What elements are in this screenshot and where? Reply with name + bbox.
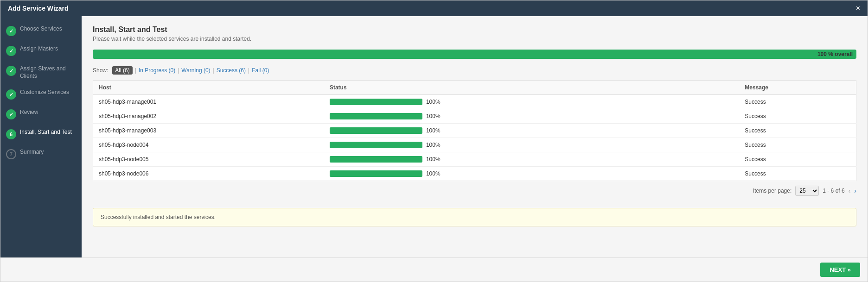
- cell-status: 100%: [324, 152, 739, 167]
- sidebar-icon-install-start-test: 6: [6, 129, 16, 139]
- cell-message: Success: [739, 167, 856, 181]
- success-message: Successfully installed and started the s…: [93, 208, 856, 226]
- sidebar-icon-customize-services: ✓: [6, 89, 16, 100]
- cell-status: 100%: [324, 167, 739, 181]
- page-subtitle: Please wait while the selected services …: [93, 36, 856, 42]
- table-row: sh05-hdp3-manage003100%Success: [93, 124, 856, 138]
- cell-host: sh05-hdp3-node004: [93, 138, 324, 152]
- overall-progress-bar: [93, 50, 856, 59]
- sidebar: ✓Choose Services✓Assign Masters✓Assign S…: [0, 16, 82, 257]
- row-progress-pct: 100%: [426, 99, 442, 105]
- cell-message: Success: [739, 124, 856, 138]
- sidebar-label-summary: Summary: [20, 149, 44, 156]
- sidebar-icon-review: ✓: [6, 109, 16, 119]
- cell-message: Success: [739, 152, 856, 167]
- table-row: sh05-hdp3-node004100%Success: [93, 138, 856, 152]
- pagination-range: 1 - 6 of 6: [823, 188, 844, 194]
- row-progress-container: 100%: [330, 127, 734, 134]
- row-progress-bar: [330, 142, 422, 148]
- sidebar-icon-assign-masters: ✓: [6, 46, 16, 56]
- success-message-text: Successfully installed and started the s…: [101, 214, 216, 220]
- row-progress-bar-bg: [330, 127, 422, 134]
- items-per-page-label: Items per page:: [753, 188, 791, 194]
- row-progress-bar: [330, 127, 422, 134]
- row-progress-bar: [330, 99, 422, 105]
- modal-header: Add Service Wizard ×: [0, 0, 868, 16]
- cell-host: sh05-hdp3-manage001: [93, 95, 324, 109]
- filter-fail[interactable]: Fail (0): [252, 67, 269, 74]
- page-title: Install, Start and Test: [93, 25, 856, 34]
- sidebar-label-install-start-test: Install, Start and Test: [20, 129, 72, 136]
- row-progress-bar: [330, 113, 422, 119]
- cell-host: sh05-hdp3-node005: [93, 152, 324, 167]
- next-button[interactable]: NEXT »: [820, 263, 860, 277]
- col-host: Host: [93, 81, 324, 95]
- cell-status: 100%: [324, 138, 739, 152]
- cell-host: sh05-hdp3-manage003: [93, 124, 324, 138]
- row-progress-container: 100%: [330, 99, 734, 105]
- sidebar-item-summary[interactable]: 7Summary: [0, 144, 82, 164]
- sidebar-label-assign-masters: Assign Masters: [20, 45, 58, 53]
- row-progress-pct: 100%: [426, 142, 442, 148]
- per-page-select[interactable]: 25 50 100: [795, 186, 819, 196]
- filter-bar: Show: All (6) | In Progress (0) | Warnin…: [93, 66, 856, 75]
- filter-in-progress[interactable]: In Progress (0): [139, 67, 175, 74]
- sidebar-item-review[interactable]: ✓Review: [0, 104, 82, 124]
- sidebar-label-review: Review: [20, 109, 38, 116]
- row-progress-bar-bg: [330, 156, 422, 163]
- filter-warning[interactable]: Warning (0): [181, 67, 210, 74]
- sep2: |: [178, 67, 179, 74]
- sidebar-item-assign-slaves[interactable]: ✓Assign Slaves and Clients: [0, 61, 82, 84]
- show-label: Show:: [93, 67, 108, 74]
- modal-body: ✓Choose Services✓Assign Masters✓Assign S…: [0, 16, 868, 257]
- table-row: sh05-hdp3-manage002100%Success: [93, 109, 856, 124]
- sep4: |: [248, 67, 249, 74]
- pagination-row: Items per page: 25 50 100 1 - 6 of 6 ‹ ›: [93, 181, 856, 201]
- row-progress-bar: [330, 156, 422, 163]
- row-progress-container: 100%: [330, 113, 734, 119]
- row-progress-bar: [330, 170, 422, 177]
- col-message: Message: [739, 81, 856, 95]
- sidebar-label-choose-services: Choose Services: [20, 25, 62, 33]
- table-header-row: Host Status Message: [93, 81, 856, 95]
- table-row: sh05-hdp3-manage001100%Success: [93, 95, 856, 109]
- content-area: Install, Start and Test Please wait whil…: [82, 16, 868, 257]
- cell-message: Success: [739, 109, 856, 124]
- filter-all[interactable]: All (6): [112, 66, 132, 75]
- row-progress-container: 100%: [330, 170, 734, 177]
- modal-footer: NEXT »: [0, 257, 868, 282]
- sidebar-icon-assign-slaves: ✓: [6, 66, 16, 76]
- filter-success[interactable]: Success (6): [217, 67, 246, 74]
- row-progress-container: 100%: [330, 156, 734, 163]
- data-table: Host Status Message sh05-hdp3-manage0011…: [93, 80, 856, 181]
- cell-status: 100%: [324, 95, 739, 109]
- row-progress-pct: 100%: [426, 156, 442, 163]
- close-button[interactable]: ×: [856, 4, 860, 13]
- modal-title: Add Service Wizard: [8, 5, 69, 12]
- sidebar-icon-choose-services: ✓: [6, 26, 16, 36]
- row-progress-pct: 100%: [426, 127, 442, 134]
- row-progress-bar-bg: [330, 142, 422, 148]
- col-status: Status: [324, 81, 739, 95]
- sidebar-item-assign-masters[interactable]: ✓Assign Masters: [0, 41, 82, 61]
- main-content: Install, Start and Test Please wait whil…: [82, 16, 868, 257]
- sidebar-label-assign-slaves: Assign Slaves and Clients: [20, 65, 76, 80]
- table-row: sh05-hdp3-node006100%Success: [93, 167, 856, 181]
- sidebar-icon-summary: 7: [6, 149, 16, 159]
- pagination-next[interactable]: ›: [854, 187, 856, 194]
- cell-status: 100%: [324, 109, 739, 124]
- cell-message: Success: [739, 138, 856, 152]
- cell-status: 100%: [324, 124, 739, 138]
- sidebar-item-customize-services[interactable]: ✓Customize Services: [0, 84, 82, 104]
- sidebar-item-choose-services[interactable]: ✓Choose Services: [0, 21, 82, 41]
- row-progress-pct: 100%: [426, 170, 442, 177]
- row-progress-bar-bg: [330, 99, 422, 105]
- row-progress-bar-bg: [330, 113, 422, 119]
- sep1: |: [135, 67, 136, 74]
- table-row: sh05-hdp3-node005100%Success: [93, 152, 856, 167]
- row-progress-pct: 100%: [426, 113, 442, 119]
- row-progress-bar-bg: [330, 170, 422, 177]
- cell-host: sh05-hdp3-node006: [93, 167, 324, 181]
- pagination-prev[interactable]: ‹: [849, 187, 851, 194]
- sidebar-item-install-start-test[interactable]: 6Install, Start and Test: [0, 124, 82, 144]
